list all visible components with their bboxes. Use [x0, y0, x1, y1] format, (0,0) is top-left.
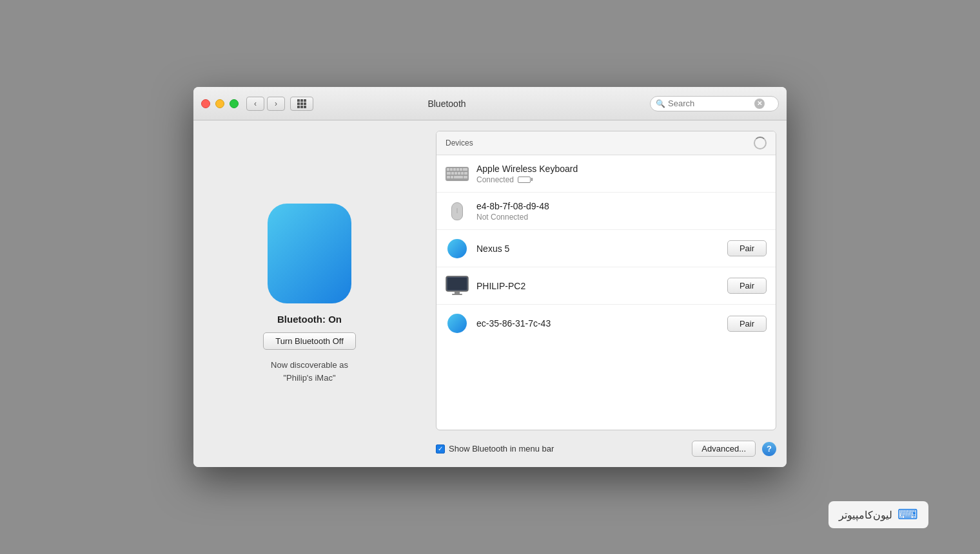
watermark: لیون‌کامپیوتر ⌨	[828, 501, 928, 528]
bluetooth-logo: ⠀	[268, 204, 351, 303]
help-button[interactable]: ?	[762, 442, 776, 456]
device-info: Apple Wireless Keyboard Connected	[476, 164, 767, 184]
main-content: ⠀ Bluetooth: On Turn Bluetooth Off Now d…	[193, 120, 787, 467]
main-window: ‹ › Bluetooth 🔍 ✕ ⠀ Bluetooth: O	[193, 87, 787, 467]
svg-rect-1	[447, 168, 449, 171]
search-icon: 🔍	[656, 99, 665, 108]
search-clear-button[interactable]: ✕	[754, 99, 765, 109]
mouse-icon	[451, 202, 463, 220]
battery-icon	[518, 177, 533, 183]
svg-rect-10	[458, 172, 460, 175]
pair-button[interactable]: Pair	[727, 278, 767, 294]
device-info: Nexus 5	[476, 244, 727, 254]
sidebar: ⠀ Bluetooth: On Turn Bluetooth Off Now d…	[193, 120, 426, 467]
advanced-button[interactable]: Advanced...	[692, 441, 756, 457]
bt-device-icon: ⠀	[446, 237, 469, 260]
not-connected-status: Not Connected	[476, 213, 528, 222]
svg-rect-8	[451, 172, 454, 175]
devices-label: Devices	[446, 138, 473, 148]
pair-button[interactable]: Pair	[727, 316, 767, 332]
minimize-button[interactable]	[215, 99, 224, 108]
keyboard-icon	[446, 167, 469, 181]
discoverable-line2: "Philip's iMac"	[283, 373, 335, 383]
devices-header: Devices	[436, 131, 776, 155]
bluetooth-glyph2: ⠀	[454, 318, 460, 329]
watermark-logo: ⌨	[897, 506, 918, 523]
search-input[interactable]	[668, 99, 752, 108]
traffic-lights	[201, 99, 239, 108]
devices-panel: Devices	[436, 131, 776, 430]
svg-rect-11	[461, 172, 464, 175]
svg-rect-20	[452, 294, 462, 295]
device-name: Nexus 5	[476, 244, 727, 254]
bluetooth-glyph: ⠀	[454, 244, 460, 254]
window-title: Bluetooth	[244, 99, 650, 109]
device-info: e4-8b-7f-08-d9-48 Not Connected	[476, 201, 767, 222]
svg-rect-6	[463, 168, 467, 171]
device-row: PHILIP-PC2 Pair	[436, 267, 776, 305]
bottom-bar: ✓ Show Bluetooth in menu bar Advanced...…	[436, 438, 776, 459]
svg-rect-13	[447, 176, 450, 178]
connected-status: Connected	[476, 175, 514, 184]
svg-rect-9	[455, 172, 457, 175]
titlebar: ‹ › Bluetooth 🔍 ✕	[193, 87, 787, 120]
device-status: Connected	[476, 175, 767, 184]
svg-rect-5	[460, 168, 462, 171]
show-bluetooth-checkbox[interactable]: ✓	[436, 444, 445, 454]
svg-rect-16	[464, 176, 467, 178]
close-button[interactable]	[201, 99, 210, 108]
mouse-device-icon	[446, 200, 469, 223]
pair-button[interactable]: Pair	[727, 240, 767, 256]
loading-spinner	[754, 137, 767, 149]
keyboard-device-icon	[446, 162, 469, 186]
show-bluetooth-checkbox-label[interactable]: ✓ Show Bluetooth in menu bar	[436, 444, 554, 454]
right-panel: Devices	[426, 120, 787, 467]
device-row: ⠀ Nexus 5 Pair	[436, 230, 776, 267]
bluetooth-symbol: ⠀	[293, 231, 327, 277]
turn-bluetooth-off-button[interactable]: Turn Bluetooth Off	[263, 332, 356, 350]
monitor-icon	[446, 276, 469, 296]
maximize-button[interactable]	[230, 99, 239, 108]
svg-rect-3	[453, 168, 456, 171]
svg-rect-14	[451, 176, 453, 178]
device-name: e4-8b-7f-08-d9-48	[476, 201, 767, 211]
svg-rect-15	[454, 176, 463, 178]
monitor-device-icon	[446, 274, 469, 298]
device-info: PHILIP-PC2	[476, 281, 727, 291]
device-list: Apple Wireless Keyboard Connected	[436, 155, 776, 430]
device-row: ⠀ ec-35-86-31-7c-43 Pair	[436, 305, 776, 342]
bt-device-icon2: ⠀	[446, 312, 469, 335]
discoverable-line1: Now discoverable as	[271, 360, 348, 370]
bluetooth-device-icon2: ⠀	[447, 314, 467, 333]
svg-rect-2	[450, 168, 453, 171]
search-bar[interactable]: 🔍 ✕	[650, 96, 779, 111]
bt-status-label: Bluetooth: On	[277, 314, 342, 325]
bluetooth-device-icon: ⠀	[447, 239, 467, 258]
device-name: PHILIP-PC2	[476, 281, 727, 291]
device-row: e4-8b-7f-08-d9-48 Not Connected	[436, 193, 776, 230]
discoverable-text: Now discoverable as "Philip's iMac"	[271, 359, 348, 384]
svg-rect-7	[447, 172, 451, 175]
device-name: Apple Wireless Keyboard	[476, 164, 767, 174]
device-info: ec-35-86-31-7c-43	[476, 318, 727, 329]
svg-rect-18	[447, 278, 467, 290]
watermark-text: لیون‌کامپیوتر	[839, 509, 892, 521]
checkbox-label-text: Show Bluetooth in menu bar	[449, 444, 554, 454]
device-name: ec-35-86-31-7c-43	[476, 318, 727, 329]
svg-rect-4	[456, 168, 459, 171]
svg-rect-19	[455, 291, 460, 294]
device-status: Not Connected	[476, 213, 767, 222]
device-row: Apple Wireless Keyboard Connected	[436, 155, 776, 193]
svg-rect-12	[464, 172, 467, 175]
